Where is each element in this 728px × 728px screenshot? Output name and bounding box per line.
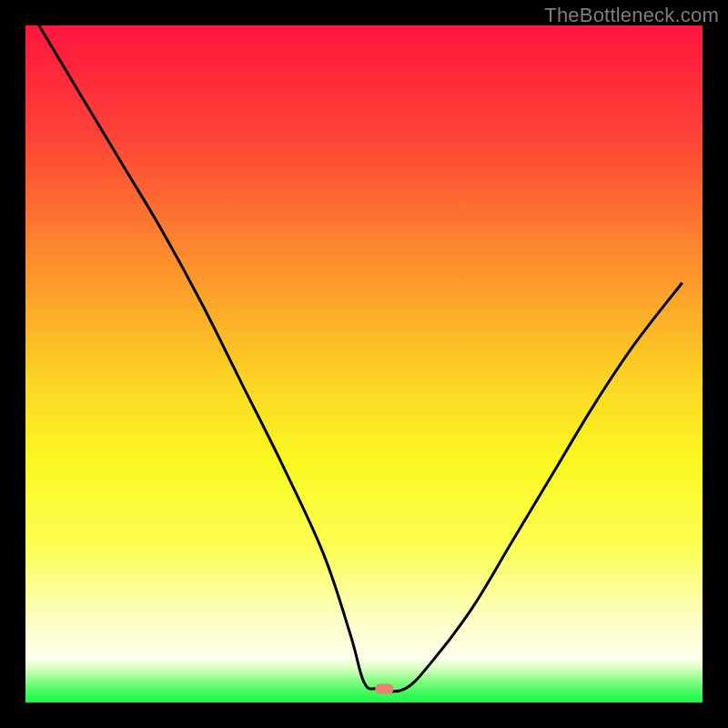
plot-area: [25, 25, 703, 703]
gradient-background: [25, 25, 703, 703]
chart-svg: [25, 25, 703, 703]
watermark-text: TheBottleneck.com: [544, 4, 719, 27]
min-marker: [375, 684, 393, 694]
chart-frame: TheBottleneck.com: [0, 0, 728, 728]
